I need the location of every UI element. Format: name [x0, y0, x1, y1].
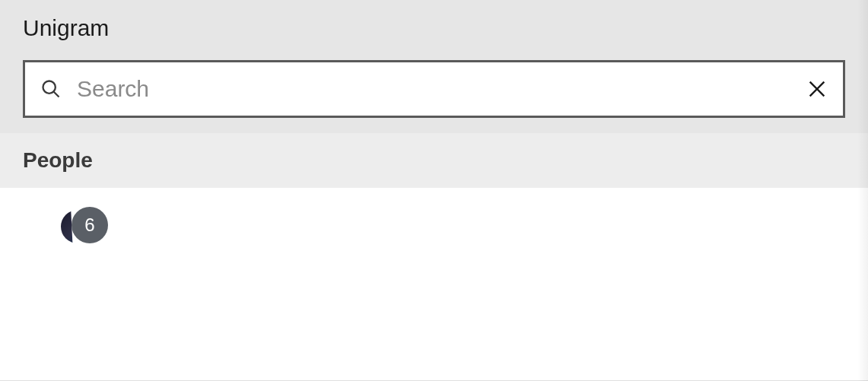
svg-line-1 [54, 92, 59, 97]
search-input[interactable] [77, 76, 806, 102]
header: Unigram [0, 0, 868, 133]
person-item[interactable]: 6 [23, 207, 110, 256]
close-icon[interactable] [806, 78, 828, 100]
svg-point-0 [43, 81, 56, 94]
notification-badge: 6 [72, 207, 108, 243]
people-section-header: People [0, 133, 868, 188]
search-box[interactable] [23, 60, 845, 118]
people-list: 6 [0, 188, 868, 340]
app-title: Unigram [23, 15, 845, 41]
search-icon [40, 78, 62, 100]
avatar-container: 6 [61, 207, 110, 256]
